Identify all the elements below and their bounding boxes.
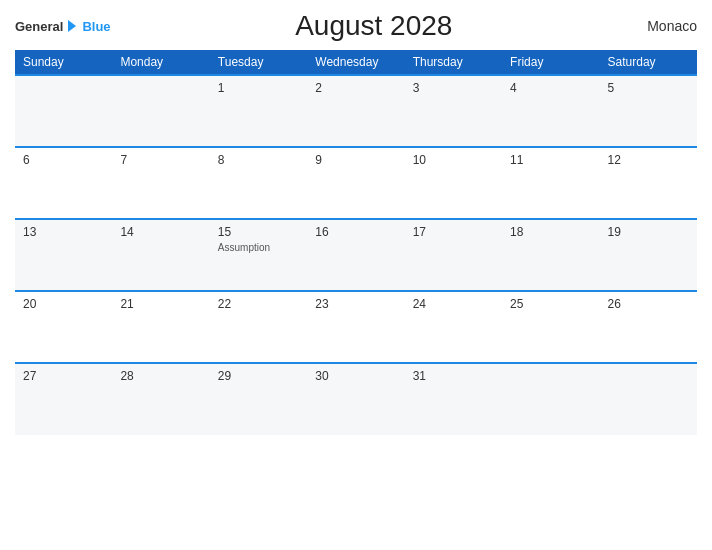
day-number: 2 <box>315 81 396 95</box>
calendar-cell <box>15 75 112 147</box>
calendar-week-row: 20212223242526 <box>15 291 697 363</box>
calendar-cell: 2 <box>307 75 404 147</box>
calendar-cell: 7 <box>112 147 209 219</box>
calendar-header: Sunday Monday Tuesday Wednesday Thursday… <box>15 50 697 75</box>
day-number: 3 <box>413 81 494 95</box>
calendar-cell <box>600 363 697 435</box>
calendar-week-row: 12345 <box>15 75 697 147</box>
calendar-cell: 31 <box>405 363 502 435</box>
calendar-cell: 25 <box>502 291 599 363</box>
day-number: 12 <box>608 153 689 167</box>
page: General Blue August 2028 Monaco Sunday M… <box>0 0 712 550</box>
calendar-cell <box>112 75 209 147</box>
day-event: Assumption <box>218 242 299 253</box>
day-number: 8 <box>218 153 299 167</box>
calendar-cell: 18 <box>502 219 599 291</box>
calendar-cell: 4 <box>502 75 599 147</box>
day-number: 21 <box>120 297 201 311</box>
calendar-cell: 21 <box>112 291 209 363</box>
day-number: 11 <box>510 153 591 167</box>
calendar-cell: 8 <box>210 147 307 219</box>
day-number: 19 <box>608 225 689 239</box>
day-number: 4 <box>510 81 591 95</box>
calendar-cell: 22 <box>210 291 307 363</box>
calendar-cell: 27 <box>15 363 112 435</box>
header: General Blue August 2028 Monaco <box>15 10 697 42</box>
day-number: 29 <box>218 369 299 383</box>
calendar-cell <box>502 363 599 435</box>
day-number: 27 <box>23 369 104 383</box>
logo-triangle-icon <box>68 20 76 32</box>
calendar-cell: 9 <box>307 147 404 219</box>
logo: General Blue <box>15 17 111 35</box>
day-number: 23 <box>315 297 396 311</box>
day-number: 14 <box>120 225 201 239</box>
calendar-cell: 3 <box>405 75 502 147</box>
calendar-cell: 13 <box>15 219 112 291</box>
calendar-cell: 29 <box>210 363 307 435</box>
calendar-cell: 24 <box>405 291 502 363</box>
day-number: 10 <box>413 153 494 167</box>
calendar-title: August 2028 <box>111 10 637 42</box>
calendar-cell: 12 <box>600 147 697 219</box>
day-number: 13 <box>23 225 104 239</box>
day-number: 1 <box>218 81 299 95</box>
calendar-cell: 20 <box>15 291 112 363</box>
day-number: 28 <box>120 369 201 383</box>
calendar-table: Sunday Monday Tuesday Wednesday Thursday… <box>15 50 697 435</box>
day-number: 31 <box>413 369 494 383</box>
calendar-cell: 28 <box>112 363 209 435</box>
calendar-cell: 15Assumption <box>210 219 307 291</box>
day-number: 17 <box>413 225 494 239</box>
calendar-cell: 1 <box>210 75 307 147</box>
header-saturday: Saturday <box>600 50 697 75</box>
calendar-cell: 17 <box>405 219 502 291</box>
calendar-cell: 14 <box>112 219 209 291</box>
day-number: 9 <box>315 153 396 167</box>
calendar-cell: 16 <box>307 219 404 291</box>
header-wednesday: Wednesday <box>307 50 404 75</box>
calendar-cell: 11 <box>502 147 599 219</box>
day-number: 20 <box>23 297 104 311</box>
header-sunday: Sunday <box>15 50 112 75</box>
day-number: 16 <box>315 225 396 239</box>
calendar-week-row: 131415Assumption16171819 <box>15 219 697 291</box>
calendar-cell: 5 <box>600 75 697 147</box>
day-number: 6 <box>23 153 104 167</box>
calendar-cell: 6 <box>15 147 112 219</box>
calendar-cell: 23 <box>307 291 404 363</box>
weekday-header-row: Sunday Monday Tuesday Wednesday Thursday… <box>15 50 697 75</box>
country-label: Monaco <box>637 18 697 34</box>
day-number: 18 <box>510 225 591 239</box>
day-number: 15 <box>218 225 299 239</box>
day-number: 25 <box>510 297 591 311</box>
logo-general-text: General <box>15 19 63 34</box>
day-number: 24 <box>413 297 494 311</box>
logo-blue-text: Blue <box>82 19 110 34</box>
header-thursday: Thursday <box>405 50 502 75</box>
calendar-cell: 19 <box>600 219 697 291</box>
calendar-body: 123456789101112131415Assumption161718192… <box>15 75 697 435</box>
calendar-week-row: 6789101112 <box>15 147 697 219</box>
calendar-cell: 26 <box>600 291 697 363</box>
day-number: 7 <box>120 153 201 167</box>
header-monday: Monday <box>112 50 209 75</box>
header-friday: Friday <box>502 50 599 75</box>
day-number: 30 <box>315 369 396 383</box>
day-number: 5 <box>608 81 689 95</box>
day-number: 22 <box>218 297 299 311</box>
calendar-cell: 30 <box>307 363 404 435</box>
header-tuesday: Tuesday <box>210 50 307 75</box>
calendar-week-row: 2728293031 <box>15 363 697 435</box>
day-number: 26 <box>608 297 689 311</box>
calendar-cell: 10 <box>405 147 502 219</box>
